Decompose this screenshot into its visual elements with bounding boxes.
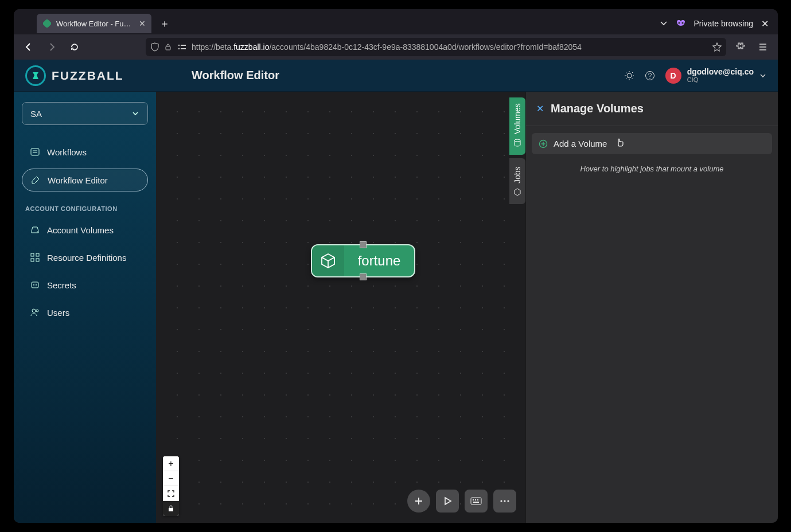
resources-icon xyxy=(30,252,40,263)
svg-point-12 xyxy=(37,232,38,233)
svg-rect-13 xyxy=(31,253,34,256)
side-tab-jobs[interactable]: Jobs xyxy=(509,158,525,204)
sidebar-label: Secrets xyxy=(47,280,76,290)
private-mask-icon xyxy=(676,19,686,28)
user-menu[interactable]: D dgodlove@ciq.co CIQ xyxy=(665,68,766,84)
node-cube-icon xyxy=(312,245,344,276)
svg-point-22 xyxy=(515,139,520,142)
sidebar-item-account-volumes[interactable]: Account Volumes xyxy=(22,219,148,241)
panel-hint: Hover to highlight jobs that mount a vol… xyxy=(532,161,772,173)
zoom-in-button[interactable]: + xyxy=(163,456,179,471)
product-name: FUZZBALL xyxy=(52,69,124,83)
svg-rect-28 xyxy=(473,502,479,503)
sidebar-section-label: ACCOUNT CONFIGURATION xyxy=(22,197,148,213)
nav-reload-button[interactable] xyxy=(65,38,84,56)
users-icon xyxy=(30,307,40,318)
panel-close-icon[interactable]: ✕ xyxy=(536,103,544,114)
bookmark-star-icon[interactable] xyxy=(712,42,722,52)
page-title: Workflow Editor xyxy=(181,69,615,82)
manage-volumes-panel: ✕ Manage Volumes Add a Volume Hover to h… xyxy=(525,92,778,523)
product-logo[interactable]: FUZZBALL xyxy=(14,65,172,86)
add-volume-button[interactable]: Add a Volume xyxy=(532,133,772,154)
svg-rect-17 xyxy=(32,282,38,288)
window-close-icon[interactable]: ✕ xyxy=(761,18,769,29)
workflow-canvas[interactable]: fortune Volumes Jobs xyxy=(156,92,525,523)
canvas-action-bar xyxy=(407,490,516,513)
more-button[interactable] xyxy=(493,490,516,513)
svg-point-31 xyxy=(507,500,509,502)
tab-close-icon[interactable]: ✕ xyxy=(139,19,146,28)
svg-rect-25 xyxy=(473,499,474,500)
svg-rect-15 xyxy=(31,259,34,261)
tabs-dropdown-icon[interactable] xyxy=(660,19,668,28)
sidebar-item-workflows[interactable]: Workflows xyxy=(22,141,148,163)
permissions-icon[interactable] xyxy=(177,43,187,51)
svg-rect-27 xyxy=(477,499,478,500)
add-node-button[interactable] xyxy=(407,490,430,513)
panel-header: ✕ Manage Volumes xyxy=(526,92,778,126)
svg-point-18 xyxy=(33,284,34,285)
tabstrip-right: Private browsing ✕ xyxy=(660,18,774,29)
zoom-controls: + − xyxy=(163,456,179,516)
sidebar-item-secrets[interactable]: Secrets xyxy=(22,274,148,296)
nav-forward-button[interactable] xyxy=(42,38,61,56)
edit-icon xyxy=(30,175,41,185)
keyboard-button[interactable] xyxy=(465,490,488,513)
svg-point-8 xyxy=(627,73,632,78)
canvas-side-tabs: Volumes Jobs xyxy=(509,97,525,204)
svg-rect-14 xyxy=(36,253,39,256)
sidebar-label: Resource Definitions xyxy=(47,253,126,263)
sidebar-item-users[interactable]: Users xyxy=(22,302,148,323)
user-org: CIQ xyxy=(687,76,754,83)
zoom-out-button[interactable]: − xyxy=(163,471,179,486)
svg-point-21 xyxy=(36,310,38,312)
nav-back-button[interactable] xyxy=(20,38,38,56)
help-icon[interactable] xyxy=(645,71,655,81)
url-text: https://beta.fuzzball.io/accounts/4ba982… xyxy=(192,42,708,52)
side-tab-volumes[interactable]: Volumes xyxy=(509,97,525,155)
user-email: dgodlove@ciq.co xyxy=(687,68,754,76)
lock-icon xyxy=(164,43,172,51)
sidebar-item-workflow-editor[interactable]: Workflow Editor xyxy=(22,169,148,191)
svg-rect-24 xyxy=(471,498,481,504)
browser-window: Workflow Editor - Fuzzba ✕ ＋ Private bro… xyxy=(14,9,778,523)
extensions-icon[interactable] xyxy=(731,38,749,56)
svg-point-10 xyxy=(649,77,650,79)
browser-toolbar: https://beta.fuzzball.io/accounts/4ba982… xyxy=(14,34,778,60)
new-tab-button[interactable]: ＋ xyxy=(156,15,173,32)
app-header: FUZZBALL Workflow Editor D dgodlove@ciq.… xyxy=(14,60,778,92)
shield-icon xyxy=(150,42,159,52)
avatar: D xyxy=(665,68,681,84)
app-root: FUZZBALL Workflow Editor D dgodlove@ciq.… xyxy=(14,60,778,523)
drive-icon xyxy=(30,225,40,235)
svg-rect-7 xyxy=(181,48,186,49)
sidebar: SA Workflows Workflow Editor xyxy=(14,92,156,523)
logo-mark-icon xyxy=(25,65,46,86)
plus-circle-icon xyxy=(539,139,548,148)
svg-rect-26 xyxy=(475,499,476,500)
node-handle-top[interactable] xyxy=(360,241,367,248)
svg-point-6 xyxy=(178,48,180,49)
svg-point-1 xyxy=(678,22,680,24)
sidebar-label: Workflow Editor xyxy=(48,175,108,185)
cube-icon xyxy=(513,188,521,196)
theme-toggle-icon[interactable] xyxy=(624,71,634,81)
panel-title: Manage Volumes xyxy=(551,102,644,115)
sidebar-item-resource-definitions[interactable]: Resource Definitions xyxy=(22,247,148,268)
private-browsing-label: Private browsing xyxy=(694,19,754,28)
chevron-down-icon xyxy=(131,109,139,118)
zoom-fit-button[interactable] xyxy=(163,486,179,501)
url-bar[interactable]: https://beta.fuzzball.io/accounts/4ba982… xyxy=(146,38,726,56)
browser-tab-active[interactable]: Workflow Editor - Fuzzba ✕ xyxy=(37,14,151,33)
tab-favicon-icon xyxy=(42,19,52,28)
workflow-node-fortune[interactable]: fortune xyxy=(311,244,415,277)
app-menu-icon[interactable] xyxy=(754,38,772,56)
context-selector[interactable]: SA xyxy=(22,102,148,125)
svg-rect-11 xyxy=(31,148,39,155)
node-handle-bottom[interactable] xyxy=(360,273,367,280)
secret-icon xyxy=(30,280,40,290)
list-icon xyxy=(30,147,40,157)
zoom-lock-button[interactable] xyxy=(163,501,179,516)
run-button[interactable] xyxy=(436,490,459,513)
svg-rect-16 xyxy=(36,259,39,261)
